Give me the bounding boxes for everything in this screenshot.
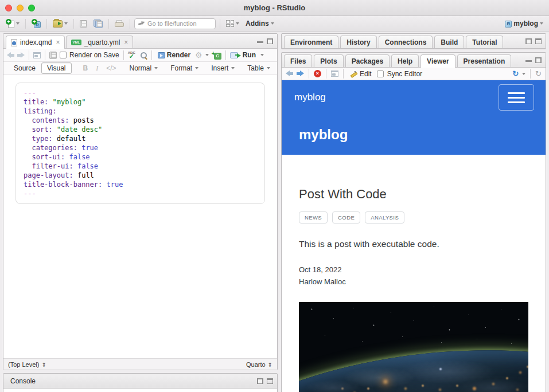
insert-menu[interactable]: Insert <box>209 64 236 72</box>
yaml-code[interactable]: ---title: "myblog"listing: contents: pos… <box>15 83 265 204</box>
addins-button[interactable]: Addins <box>244 18 276 29</box>
find-replace-icon[interactable] <box>140 52 147 59</box>
goto-arrow-icon <box>138 21 145 26</box>
minimize-pane-icon[interactable] <box>525 57 532 63</box>
restore-pane-icon[interactable] <box>257 378 263 384</box>
save-all-button[interactable] <box>92 18 104 29</box>
close-window-button[interactable] <box>5 5 12 11</box>
dropdown-caret-icon <box>540 22 543 25</box>
bold-button[interactable]: B <box>81 64 91 72</box>
blog-navbar: myblog <box>282 80 546 115</box>
project-selector[interactable]: R myblog <box>503 18 545 29</box>
maximize-pane-icon[interactable] <box>267 38 273 44</box>
editor-content[interactable]: ---title: "myblog"listing: contents: pos… <box>3 75 277 358</box>
render-button[interactable]: Render <box>156 50 192 60</box>
new-file-button[interactable]: + <box>4 18 21 29</box>
spellcheck-icon[interactable]: ABC ✓ <box>128 51 137 59</box>
visual-mode-button[interactable]: Visual <box>41 62 71 74</box>
tab-environment[interactable]: Environment <box>284 36 338 48</box>
stop-icon[interactable]: × <box>314 70 321 77</box>
code-button[interactable]: </> <box>104 64 118 72</box>
maximize-pane-icon[interactable] <box>535 57 542 63</box>
save-icon[interactable] <box>49 52 57 59</box>
open-in-new-window-icon[interactable] <box>331 70 338 77</box>
scope-selector[interactable]: (Top Level)⇕ <box>8 361 46 368</box>
refresh-icon[interactable]: ↻ <box>535 70 542 77</box>
post-category-badges: NEWSCODEANALYSIS <box>299 211 528 224</box>
minimize-window-button[interactable] <box>17 5 24 11</box>
render-on-save-checkbox[interactable] <box>60 52 67 58</box>
print-icon <box>115 20 124 28</box>
zoom-window-button[interactable] <box>28 5 35 11</box>
print-button[interactable] <box>113 19 126 29</box>
console-body[interactable] <box>3 389 277 392</box>
goto-file-search[interactable] <box>134 18 216 29</box>
close-tab-icon[interactable]: × <box>56 38 60 46</box>
close-tab-icon[interactable]: × <box>124 38 128 46</box>
insert-chunk-button[interactable]: + C <box>212 51 221 60</box>
gear-icon[interactable]: ⚙ <box>195 51 203 59</box>
dropdown-caret-icon <box>231 67 235 69</box>
editor-tabbar-tabs: index.qmd×YML_quarto.yml× <box>6 34 134 48</box>
tab-presentation[interactable]: Presentation <box>457 54 512 67</box>
editor-tab-_quarto.yml[interactable]: YML_quarto.yml× <box>66 36 133 48</box>
new-project-button[interactable]: R+ <box>30 18 42 29</box>
category-badge-code[interactable]: CODE <box>332 211 360 224</box>
environment-pane: EnvironmentHistoryConnectionsBuildTutori… <box>281 33 546 49</box>
divider <box>73 19 74 29</box>
sync-editor-checkbox[interactable] <box>377 70 384 77</box>
format-menu[interactable]: Format <box>169 64 200 72</box>
tab-help[interactable]: Help <box>391 54 419 67</box>
editor-tab-index.qmd[interactable]: index.qmd× <box>6 36 65 49</box>
tab-build[interactable]: Build <box>434 36 464 48</box>
edit-button[interactable]: Edit <box>348 69 373 79</box>
publish-icon[interactable]: ↻ <box>512 70 519 77</box>
back-icon[interactable] <box>7 52 14 58</box>
dropdown-caret-icon <box>195 67 198 69</box>
divider <box>25 19 26 29</box>
paragraph-style-dropdown[interactable]: Normal <box>128 64 160 72</box>
blog-brand-link[interactable]: myblog <box>294 92 326 103</box>
forward-icon[interactable] <box>17 52 25 58</box>
divider <box>130 19 130 29</box>
minimize-pane-icon[interactable] <box>257 38 263 44</box>
open-in-new-window-icon[interactable] <box>33 52 41 58</box>
table-menu[interactable]: Table <box>246 64 272 72</box>
tab-history[interactable]: History <box>340 36 376 48</box>
tab-files[interactable]: Files <box>284 54 312 67</box>
console-header[interactable]: Console <box>3 374 277 389</box>
viewer-back-icon[interactable] <box>286 70 293 77</box>
italic-button[interactable]: I <box>94 64 100 73</box>
category-badge-analysis[interactable]: ANALYSIS <box>365 211 404 224</box>
files-tabs: FilesPlotsPackagesHelpViewerPresentation <box>284 53 513 67</box>
maximize-pane-icon[interactable] <box>267 378 273 384</box>
run-button[interactable]: Run <box>230 51 264 59</box>
goto-file-input[interactable] <box>147 20 212 27</box>
dropdown-caret-icon <box>205 54 209 56</box>
save-icon <box>80 20 87 28</box>
open-file-button[interactable] <box>51 19 69 29</box>
dropdown-caret-icon <box>271 22 274 25</box>
sort-arrows-icon: ⇕ <box>41 362 46 368</box>
viewer-content[interactable]: myblog myblog Post With Code NEWSCODEANA… <box>282 80 546 392</box>
restore-pane-icon[interactable] <box>525 38 532 44</box>
pane-layout-icon <box>226 20 234 27</box>
save-button[interactable] <box>78 19 89 29</box>
viewer-forward-icon[interactable] <box>297 70 304 77</box>
maximize-pane-icon[interactable] <box>535 38 542 44</box>
tab-tutorial[interactable]: Tutorial <box>466 36 503 48</box>
post-title-link[interactable]: Post With Code <box>299 187 528 202</box>
filetype-selector[interactable]: Quarto⇕ <box>246 361 272 368</box>
tab-connections[interactable]: Connections <box>379 36 433 48</box>
project-icon: R <box>504 20 512 28</box>
navbar-toggle-button[interactable] <box>499 84 534 111</box>
pane-layout-button[interactable] <box>224 19 241 28</box>
source-mode-button[interactable]: Source <box>8 62 41 74</box>
tab-packages[interactable]: Packages <box>345 54 390 67</box>
category-badge-news[interactable]: NEWS <box>299 211 328 224</box>
tab-plots[interactable]: Plots <box>314 54 343 67</box>
dropdown-caret-icon <box>267 67 270 69</box>
titlebar: myblog - RStudio <box>0 0 549 16</box>
new-project-icon: R+ <box>32 19 41 28</box>
tab-viewer[interactable]: Viewer <box>420 54 455 68</box>
